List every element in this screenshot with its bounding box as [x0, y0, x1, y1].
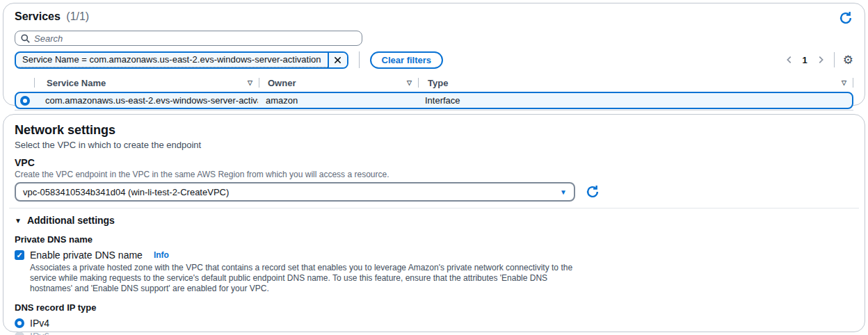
- table-row[interactable]: com.amazonaws.us-east-2.evs-windows-serv…: [15, 92, 853, 109]
- network-settings-title: Network settings: [15, 123, 853, 138]
- table-header: Service Name ▽ Owner ▽ Type ▽: [15, 75, 853, 90]
- chevron-right-icon: [816, 55, 826, 65]
- private-dns-name-label: Private DNS name: [15, 234, 853, 245]
- row-divider: [15, 110, 853, 111]
- filter-token-label[interactable]: Service Name = com.amazonaws.us-east-2.e…: [16, 53, 328, 67]
- services-title-group: Services (1/1): [15, 10, 89, 23]
- column-header-service-name[interactable]: Service Name ▽: [35, 78, 259, 88]
- chevron-down-icon: ▼: [560, 188, 567, 196]
- radio-selected-icon[interactable]: [20, 96, 30, 106]
- cell-type: Interface: [417, 95, 852, 106]
- network-settings-panel: Network settings Select the VPC in which…: [3, 114, 865, 332]
- search-box[interactable]: [15, 31, 362, 46]
- column-header-owner[interactable]: Owner ▽: [259, 78, 418, 88]
- filter-divider: [359, 51, 360, 68]
- radio-label: IPv6: [30, 331, 49, 335]
- cell-service-name: com.amazonaws.us-east-2.evs-windows-serv…: [34, 95, 258, 106]
- info-link[interactable]: Info: [154, 250, 169, 260]
- filter-funnel-icon[interactable]: ▽: [248, 79, 259, 86]
- vpc-description: Create the VPC endpoint in the VPC in th…: [15, 170, 853, 179]
- column-label: Service Name: [47, 78, 106, 88]
- radio-label: IPv4: [30, 318, 49, 329]
- services-panel: Services (1/1) Service Name = com.amazon…: [3, 3, 865, 106]
- gear-icon: ⚙: [843, 54, 853, 67]
- column-divider: [853, 78, 853, 88]
- vpc-refresh-button[interactable]: [585, 184, 600, 199]
- table-preferences-button[interactable]: ⚙: [843, 54, 853, 66]
- current-page-number[interactable]: 1: [798, 55, 812, 65]
- search-input[interactable]: [34, 33, 356, 44]
- vpc-select[interactable]: vpc-0583410534b341d04 (win-li-test-2-Cre…: [15, 182, 575, 202]
- network-settings-subtitle: Select the VPC in which to create the en…: [15, 140, 853, 150]
- enable-private-dns-row: ✓ Enable private DNS name Info: [15, 250, 853, 261]
- caret-down-filled-icon: ▼: [15, 217, 22, 224]
- vpc-label: VPC: [15, 157, 853, 168]
- vpc-select-value: vpc-0583410534b341d04 (win-li-test-2-Cre…: [23, 187, 229, 197]
- radio-selected-icon[interactable]: [15, 318, 24, 328]
- services-counter: (1/1): [66, 10, 89, 22]
- filter-row: Service Name = com.amazonaws.us-east-2.e…: [15, 51, 853, 69]
- checkbox-checked-icon[interactable]: ✓: [15, 250, 24, 260]
- cell-owner: amazon: [258, 95, 417, 106]
- pagination: 1 ⚙: [785, 52, 853, 67]
- refresh-icon: [585, 184, 600, 199]
- refresh-icon: [838, 10, 853, 26]
- dns-record-ip-type-label: DNS record IP type: [15, 302, 853, 313]
- services-refresh-button[interactable]: [838, 10, 853, 26]
- column-label: Type: [428, 78, 448, 88]
- private-dns-description: Associates a private hosted zone with th…: [30, 263, 579, 294]
- radio-option-ipv4[interactable]: IPv4: [15, 317, 853, 329]
- search-icon: [21, 34, 30, 43]
- filter-funnel-icon[interactable]: ▽: [407, 79, 418, 86]
- additional-settings-expander[interactable]: ▼ Additional settings: [15, 215, 853, 226]
- dns-record-ip-type-group: IPv4 IPv6 Dualstack Service defined: [15, 317, 853, 335]
- row-select-cell[interactable]: [16, 96, 34, 106]
- services-panel-header: Services (1/1): [15, 10, 853, 26]
- column-label: Owner: [268, 78, 296, 88]
- vpc-select-row: vpc-0583410534b341d04 (win-li-test-2-Cre…: [15, 182, 853, 202]
- services-title: Services: [15, 10, 61, 22]
- filter-token-dismiss-button[interactable]: [328, 53, 347, 67]
- next-page-button[interactable]: [816, 55, 826, 65]
- enable-private-dns-label[interactable]: Enable private DNS name: [30, 250, 143, 261]
- pagination-divider: [834, 52, 835, 67]
- additional-settings-label: Additional settings: [27, 215, 115, 226]
- column-header-type[interactable]: Type ▽: [419, 78, 853, 88]
- radio-option-ipv6: IPv6: [15, 330, 853, 335]
- close-icon: [334, 56, 341, 64]
- filter-token[interactable]: Service Name = com.amazonaws.us-east-2.e…: [15, 51, 348, 69]
- filter-funnel-icon[interactable]: ▽: [842, 79, 853, 86]
- radio-disabled-icon: [15, 332, 24, 335]
- section-divider: [9, 208, 859, 209]
- clear-filters-button[interactable]: Clear filters: [370, 51, 444, 69]
- previous-page-button[interactable]: [785, 55, 794, 65]
- chevron-left-icon: [785, 55, 794, 65]
